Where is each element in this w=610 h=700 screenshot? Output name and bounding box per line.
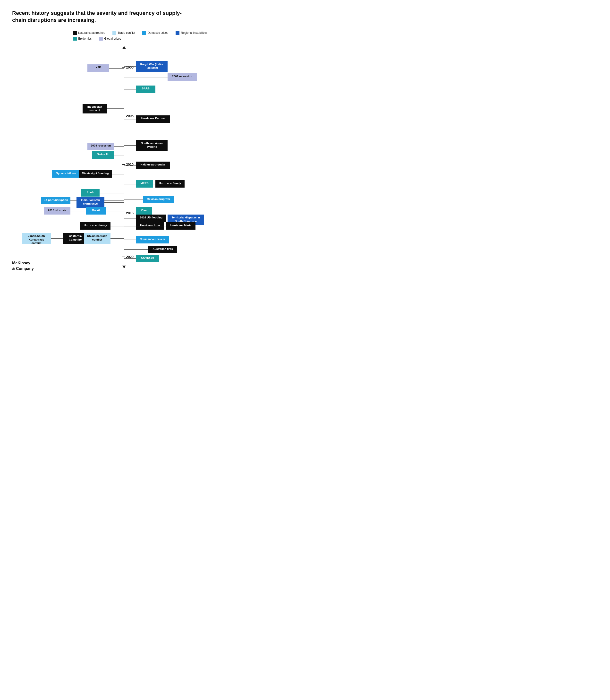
event-australian-fires: Australian fires — [148, 246, 177, 253]
year-label-2005: 2005 — [126, 114, 133, 118]
event-kargil-war-(india-pakistan): Kargil War (India-Pakistan) — [136, 61, 167, 72]
year-label-2015: 2015 — [126, 211, 133, 215]
event-hurricane-maria: Hurricane Maria — [166, 222, 195, 230]
connector-13 — [124, 184, 156, 184]
event-swine-flu: Swine flu — [92, 151, 114, 159]
connector-2 — [124, 77, 167, 77]
connector-28 — [111, 238, 124, 238]
connector-20 — [124, 211, 136, 211]
event-2016-oil-crisis: 2016 oil crisis — [44, 207, 70, 215]
connector-31 — [124, 258, 136, 259]
connector-21 — [124, 218, 136, 218]
connector-17 — [124, 200, 143, 200]
event-hurricane-katrina: Hurricane Katrina — [136, 115, 170, 123]
page-title: Recent history suggests that the severit… — [12, 10, 182, 24]
connector-29 — [124, 239, 136, 240]
tick-2005 — [123, 116, 125, 116]
event-syrian-civil-war: Syrian civil war — [52, 170, 80, 177]
connector-9 — [124, 165, 136, 166]
connector-30 — [124, 249, 148, 250]
event-sars: SARS — [136, 85, 156, 93]
event-zika: Zika — [136, 207, 152, 215]
connector-11 — [112, 174, 124, 174]
connector-3 — [124, 89, 136, 89]
event-japan-south-korea-trade-conflict: Japan-South Korea trade conflict — [22, 233, 51, 244]
connector-8 — [114, 155, 124, 155]
tick-2015 — [123, 213, 125, 213]
branding: McKinsey & Company — [12, 261, 34, 271]
tick-2020 — [123, 256, 125, 257]
event-crisis-in-venezuela: Crisis in Venezuela — [136, 236, 169, 244]
event-haitian-earthquake: Haitian earthquake — [136, 161, 170, 169]
tick-2000 — [123, 67, 125, 67]
legend-natural: Natural catastrophes — [73, 31, 105, 35]
event-us-china-trade-conflict: US-China trade conflict — [84, 233, 111, 244]
event-2001-recession: 2001 recession — [167, 73, 197, 81]
legend-trade: Trade conflict — [112, 31, 135, 35]
connector-22 — [124, 220, 167, 220]
legend-regional: Regional instabilities — [176, 31, 207, 35]
legend-domestic: Domestic crises — [142, 31, 168, 35]
connector-23 — [111, 226, 124, 226]
event-hurricane-sandy: Hurricane Sandy — [156, 180, 184, 188]
axis-arrow-bottom — [123, 266, 126, 268]
event-southeast-asian-cyclone: Southeast Asian cyclone — [136, 140, 167, 151]
connector-1 — [124, 66, 136, 67]
year-label-2000: 2000 — [126, 65, 133, 69]
event-ebola: Ebola — [81, 189, 99, 197]
connector-5 — [124, 119, 136, 119]
timeline: 20002005201020152020Y2KKargil War (India… — [12, 48, 226, 266]
axis-line — [124, 48, 124, 266]
connector-6 — [114, 146, 124, 146]
connector-4 — [107, 108, 124, 109]
event-brexit: Brexit — [86, 207, 106, 215]
connector-16 — [105, 202, 124, 203]
event-mississippi-flooding: Mississippi flooding — [79, 170, 112, 177]
event-indonesian-tsunami: Indonesian tsunami — [83, 104, 107, 113]
event-y2k: Y2K — [87, 64, 109, 72]
connector-19 — [106, 211, 124, 211]
event-india-pakistan-skirmishes: India-Pakistan skirmishes — [77, 197, 105, 208]
event-covid-19: COVID-19 — [136, 255, 159, 262]
connector-7 — [124, 145, 136, 146]
event-2016-us-flooding: 2016 US flooding — [136, 215, 166, 222]
event-la-port-disruption: LA port disruption — [41, 197, 70, 204]
event-2008-recession: 2008 recession — [87, 143, 114, 150]
tick-2010 — [123, 164, 125, 165]
legend: Natural catastrophes Trade conflict Dome… — [73, 31, 226, 41]
connector-25 — [124, 226, 166, 226]
connector-14 — [99, 193, 124, 193]
event-mexican-drug-war: Mexican drug war — [143, 196, 174, 203]
year-label-2010: 2010 — [126, 162, 133, 167]
legend-global: Global crises — [99, 37, 121, 41]
connector-0 — [109, 68, 124, 68]
event-hurricane-harvey: Hurricane Harvey — [80, 222, 111, 230]
legend-epidemic: Epidemics — [73, 37, 92, 41]
